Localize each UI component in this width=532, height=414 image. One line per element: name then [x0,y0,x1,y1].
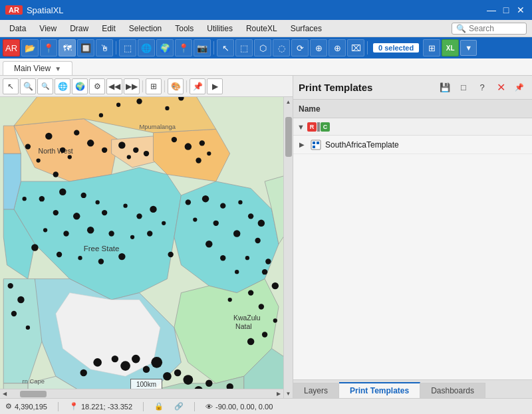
toolbar-btn-excel[interactable]: XL [442,39,459,56]
toolbar-btn-4[interactable]: 🗺 [59,39,76,56]
close-button[interactable]: ✕ [515,4,527,16]
svg-point-39 [150,206,156,213]
toolbar-btn-globe1[interactable]: 🌐 [138,39,155,56]
map-canvas[interactable]: North West Free State KwaZulu Natal Mpum… [0,97,293,398]
scroll-down-arrow[interactable]: ▼ [284,389,293,398]
main-view-tab[interactable]: Main View ▼ [3,61,72,75]
panel-save-button[interactable]: 💾 [438,80,452,95]
toolbar-btn-select2[interactable]: ⬡ [254,39,271,56]
svg-point-67 [220,255,225,260]
toolbar-btn-select3[interactable]: ◌ [273,39,290,56]
template-row-1[interactable]: ▶ SouthAfricaTemplate [293,136,532,154]
map-btn-theme[interactable]: 🎨 [168,78,184,94]
map-btn-globe2[interactable]: 🌍 [72,78,88,94]
svg-point-21 [118,142,125,148]
toolbar-btn-cursor[interactable]: ↖ [217,39,234,56]
menu-surfaces[interactable]: Surfaces [284,23,329,35]
toolbar-btn-globe3[interactable]: 📍 [175,39,192,56]
status-coords1-value: 4,390,195 [15,403,47,411]
svg-point-10 [36,158,40,162]
filter-icons: R C [307,122,330,132]
scale-bar-label: 100km [136,381,156,388]
map-hscrollbar[interactable]: ◀ ▶ [0,389,283,398]
menu-draw[interactable]: Draw [63,23,95,35]
panel-close-button[interactable]: ✕ [493,80,508,95]
map-tb-sep-1 [142,80,143,92]
map-btn-next[interactable]: ▶▶ [124,78,140,94]
map-btn-zoomin[interactable]: 🔍 [20,78,36,94]
svg-point-41 [63,231,68,236]
app-title: SpatialXL [27,5,64,15]
toolbar-btn-select4[interactable]: ⟳ [291,39,309,56]
scroll-right-arrow[interactable]: ▶ [274,389,283,399]
toolbar-btn-5[interactable]: 🔲 [77,39,94,56]
svg-point-44 [130,235,134,239]
svg-point-8 [45,133,52,140]
menu-utilities[interactable]: Utilities [200,23,239,35]
map-tb-sep-3 [186,80,187,92]
scroll-up-arrow[interactable]: ▲ [284,97,293,106]
panel-window-button[interactable]: □ [456,80,471,95]
status-sep-2 [143,402,144,411]
menu-tools[interactable]: Tools [168,23,200,35]
scroll-thumb-horizontal[interactable] [20,391,47,397]
titlebar-left: AR SpatialXL [5,5,64,15]
map-btn-prev[interactable]: ◀◀ [106,78,122,94]
panel-spacer [293,154,532,379]
toolbar-btn-select6[interactable]: ⊕ [329,39,346,56]
toolbar-btn-select7[interactable]: ⌧ [347,39,364,56]
search-input[interactable] [469,24,522,33]
map-btn-settings[interactable]: ⚙ [89,78,105,94]
map-vscrollbar[interactable]: ▲ ▼ [283,97,293,398]
scroll-thumb-vertical[interactable] [285,117,292,157]
toolbar-btn-globe2[interactable]: 🌍 [156,39,174,56]
toolbar-btn-6[interactable]: 🖱 [96,39,113,56]
toolbar-btn-layers[interactable]: ⬚ [119,39,136,56]
tab-dashboards[interactable]: Dashboards [420,383,485,398]
svg-point-31 [59,188,66,195]
minimize-button[interactable]: — [485,4,497,16]
menu-selection[interactable]: Selection [122,23,168,35]
toolbar-dropdown[interactable]: ▼ [460,40,477,56]
menu-data[interactable]: Data [3,23,33,35]
menu-routexl[interactable]: RouteXL [239,23,284,35]
toolbar-btn-table1[interactable]: ⊞ [423,39,440,56]
map-btn-pin[interactable]: 📌 [190,78,205,94]
toolbar-btn-3[interactable]: 📍 [40,39,57,56]
map-btn-grid[interactable]: ⊞ [146,78,162,94]
svg-point-74 [273,318,277,322]
map-toolbar: ↖ 🔍 🔍 🌐 🌍 ⚙ ◀◀ ▶▶ ⊞ 🎨 📌 ▶ [0,76,293,97]
tab-layers[interactable]: Layers [293,383,339,398]
toolbar-btn-select5[interactable]: ⊕ [310,39,327,56]
map-btn-cursor[interactable]: ↖ [3,78,19,94]
status-coords3-value: -90.00, 0.00, 0.00 [215,403,273,411]
svg-text:Mpumalanga: Mpumalanga [140,123,176,130]
toolbar-btn-camera[interactable]: 📷 [194,39,211,56]
status-connection: 🔗 [174,402,184,411]
svg-point-25 [172,137,177,142]
menu-edit[interactable]: Edit [95,23,122,35]
scroll-left-arrow[interactable]: ◀ [0,389,9,399]
panel-pin-button[interactable]: 📌 [512,80,527,95]
svg-point-56 [220,203,225,208]
panel-help-button[interactable]: ? [475,80,489,95]
toolbar-btn-2[interactable]: 📂 [21,39,39,56]
menu-view[interactable]: View [33,23,63,35]
tab-print-templates[interactable]: Print Templates [339,382,420,398]
toolbar-btn-1[interactable]: AR [3,39,20,56]
map-btn-globe1[interactable]: 🌐 [55,78,70,94]
view-tab-bar: Main View ▼ [0,58,532,76]
status-icon-1: ⚙ [5,402,12,411]
map-btn-extra[interactable]: ▶ [207,78,223,94]
maximize-button[interactable]: □ [500,4,512,16]
row-expand-icon[interactable]: ▶ [297,140,307,150]
svg-text:North West: North West [39,148,73,155]
toolbar-btn-select1[interactable]: ⬚ [235,39,253,56]
svg-point-64 [245,256,249,260]
map-btn-zoomout[interactable]: 🔍 [37,78,53,94]
svg-rect-99 [313,146,315,148]
svg-point-15 [53,171,59,177]
svg-point-80 [132,355,140,363]
svg-point-14 [68,155,72,159]
search-box[interactable]: 🔍 [452,23,527,35]
